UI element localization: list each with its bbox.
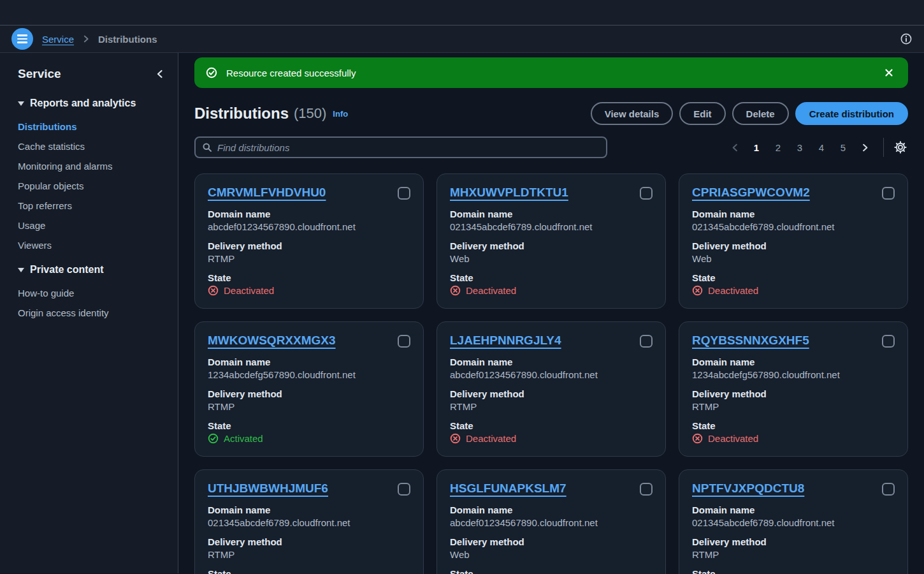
delivery-method-label: Delivery method — [208, 240, 410, 251]
state-value: Deactivated — [708, 433, 758, 444]
page-button-5[interactable]: 5 — [834, 138, 853, 157]
triangle-down-icon — [18, 101, 24, 106]
distribution-link[interactable]: NPTFVJXPQDCTU8 — [692, 482, 804, 496]
distribution-card: CPRIASGPWCOVM2 Domain name021345abcdef67… — [679, 173, 908, 309]
state-value: Deactivated — [708, 285, 758, 296]
state-label: State — [208, 272, 410, 283]
x-circle-icon — [692, 433, 703, 444]
view-details-button[interactable]: View details — [591, 102, 674, 125]
sidebar-item-popular-objects[interactable]: Popular objects — [18, 176, 178, 196]
delivery-method-label: Delivery method — [208, 536, 410, 547]
distribution-card: HSGLFUNAPKSLM7 Domain nameabcdef01234567… — [437, 469, 666, 574]
edit-button[interactable]: Edit — [679, 102, 725, 125]
state-status: Deactivated — [450, 285, 653, 296]
search-input[interactable] — [217, 142, 600, 153]
page-button-1[interactable]: 1 — [747, 138, 766, 157]
state-status: Deactivated — [692, 285, 895, 296]
distribution-link[interactable]: UTHJBWBWHJMUF6 — [208, 482, 328, 496]
check-circle-icon — [206, 67, 217, 78]
state-status: Deactivated — [450, 433, 653, 444]
state-status: Deactivated — [692, 433, 895, 444]
distribution-card: MWKOWSQRXXMGX3 Domain name1234abcdefg567… — [194, 321, 424, 457]
divider — [883, 138, 884, 157]
domain-name-value: abcdef01234567890.cloudfront.net — [450, 369, 653, 380]
resource-count: (150) — [294, 105, 326, 122]
top-app-bar — [0, 0, 924, 26]
delivery-method-value: RTMP — [450, 401, 653, 412]
state-label: State — [692, 272, 895, 283]
triangle-down-icon — [18, 268, 24, 272]
card-checkbox[interactable] — [882, 335, 895, 348]
card-checkbox[interactable] — [398, 483, 410, 496]
chevron-right-icon — [82, 34, 90, 43]
distribution-link[interactable]: MWKOWSQRXXMGX3 — [208, 334, 336, 348]
domain-name-value: 021345abcdef6789.cloudfront.net — [450, 221, 653, 232]
sidebar-item-distributions[interactable]: Distributions — [18, 117, 178, 136]
sidebar-item-top-referrers[interactable]: Top referrers — [18, 196, 178, 216]
domain-name-label: Domain name — [692, 209, 895, 219]
sidebar-item-origin-access-identity[interactable]: Origin access identity — [18, 303, 178, 323]
sidebar-item-monitoring-and-alarms[interactable]: Monitoring and alarms — [18, 156, 178, 176]
card-checkbox[interactable] — [640, 187, 653, 200]
next-page-button[interactable] — [855, 138, 874, 157]
x-circle-icon — [692, 285, 703, 296]
sidebar-section-label: Reports and analytics — [30, 98, 136, 109]
breadcrumb: Service Distributions — [42, 34, 157, 45]
chevron-left-icon — [155, 69, 165, 79]
state-status: Deactivated — [208, 285, 410, 296]
breadcrumb-service-link[interactable]: Service — [42, 34, 74, 45]
domain-name-value: abcdef01234567890.cloudfront.net — [450, 517, 653, 528]
distribution-link[interactable]: CPRIASGPWCOVM2 — [692, 186, 810, 200]
card-checkbox[interactable] — [398, 335, 410, 348]
distribution-card: CMRVMLFVHDVHU0 Domain nameabcdef01234567… — [194, 173, 424, 309]
distribution-link[interactable]: HSGLFUNAPKSLM7 — [450, 482, 567, 496]
sidebar-title: Service — [18, 67, 61, 81]
sidebar-item-viewers[interactable]: Viewers — [18, 235, 178, 255]
card-checkbox[interactable] — [882, 483, 895, 496]
delivery-method-value: Web — [450, 253, 653, 264]
sidebar-item-how-to-guide[interactable]: How-to guide — [18, 283, 178, 303]
preferences-button[interactable] — [893, 140, 908, 155]
distribution-link[interactable]: RQYBSSNNXGXHF5 — [692, 334, 809, 348]
info-link[interactable]: Info — [333, 109, 348, 119]
sidebar-item-cache-statistics[interactable]: Cache statistics — [18, 136, 178, 156]
state-status: Activated — [208, 433, 410, 444]
search-icon — [202, 142, 212, 152]
sidebar-section-toggle-private[interactable]: Private content — [18, 264, 178, 276]
sidebar-section-private-content: Private content How-to guide Origin acce… — [18, 264, 178, 323]
distribution-link[interactable]: MHXUWVPLDTKTU1 — [450, 186, 568, 200]
delivery-method-value: RTMP — [692, 549, 895, 560]
info-panel-button[interactable] — [900, 33, 913, 45]
sidebar-section-toggle-reports[interactable]: Reports and analytics — [18, 98, 178, 109]
state-value: Activated — [224, 433, 263, 444]
delivery-method-label: Delivery method — [208, 388, 410, 399]
domain-name-value: 1234abcdefg567890.cloudfront.net — [692, 369, 895, 380]
previous-page-button[interactable] — [725, 138, 744, 157]
close-icon — [884, 68, 894, 78]
domain-name-label: Domain name — [450, 209, 653, 219]
domain-name-label: Domain name — [208, 504, 410, 515]
page-button-4[interactable]: 4 — [812, 138, 831, 157]
page-button-2[interactable]: 2 — [769, 138, 788, 157]
card-checkbox[interactable] — [640, 335, 653, 348]
side-navigation: Service Reports and analytics Distributi… — [0, 53, 178, 573]
card-checkbox[interactable] — [640, 483, 653, 496]
card-checkbox[interactable] — [398, 187, 410, 200]
distribution-link[interactable]: LJAEHPNNRGJLY4 — [450, 334, 561, 348]
sidebar-collapse-button[interactable] — [154, 68, 166, 80]
sidebar-item-usage[interactable]: Usage — [18, 216, 178, 235]
delete-button[interactable]: Delete — [732, 102, 789, 125]
domain-name-label: Domain name — [208, 357, 410, 367]
state-value: Deactivated — [224, 285, 274, 296]
search-box — [194, 136, 607, 158]
delivery-method-label: Delivery method — [692, 536, 895, 547]
menu-button[interactable] — [11, 28, 33, 50]
delivery-method-label: Delivery method — [450, 388, 653, 399]
card-checkbox[interactable] — [882, 187, 895, 200]
create-distribution-button[interactable]: Create distribution — [795, 102, 908, 125]
page-button-3[interactable]: 3 — [790, 138, 809, 157]
flash-close-button[interactable] — [881, 65, 897, 80]
x-circle-icon — [208, 285, 219, 296]
distribution-link[interactable]: CMRVMLFVHDVHU0 — [208, 186, 326, 200]
state-label: State — [692, 420, 895, 431]
